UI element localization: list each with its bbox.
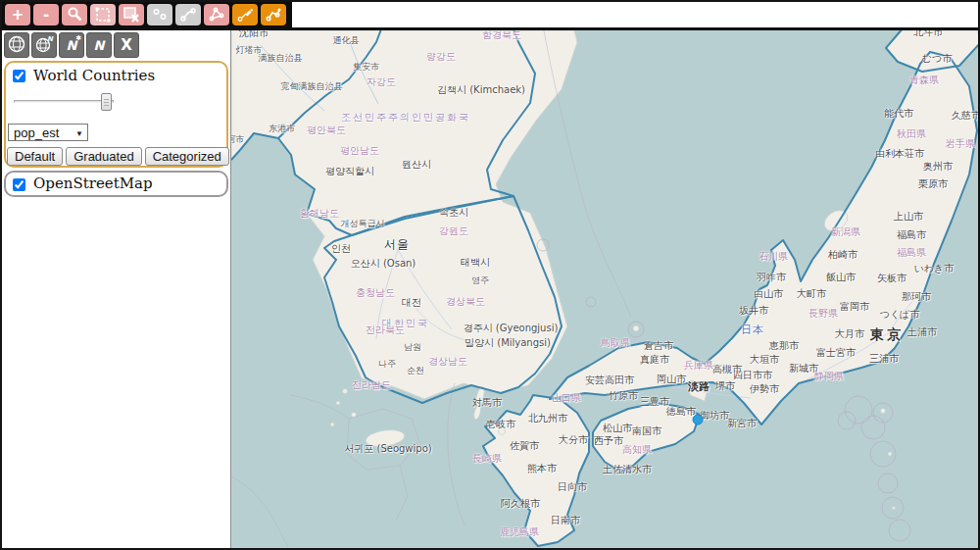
map-label: 兵庫県 [684, 359, 713, 373]
small-island [343, 389, 348, 394]
polygon-tool-button[interactable] [204, 4, 229, 25]
svg-text:N: N [47, 35, 54, 43]
opacity-slider-handle[interactable] [101, 93, 112, 111]
map-label: 御坊市 [700, 409, 729, 423]
map-label: 長崎県 [472, 452, 502, 466]
map-label: 三豊市 [640, 395, 669, 409]
map-label: 자강도 [367, 75, 396, 89]
point-tool-button[interactable] [147, 4, 172, 25]
map-label: 恵那市 [769, 339, 799, 353]
graduated-style-button[interactable]: Graduated [66, 147, 141, 166]
map-label: 개성특급시 [341, 218, 385, 230]
map-label: 熊本市 [527, 462, 557, 475]
map-label: 경상남도 [428, 355, 467, 369]
map-label: 奥州市 [923, 160, 953, 174]
map-label: 평안북도 [307, 124, 346, 137]
map-label: 황해남도 [300, 207, 339, 221]
openstreetmap-checkbox[interactable] [13, 178, 25, 191]
globe-n-icon: N [34, 34, 54, 57]
map-label: 大町市 [797, 287, 826, 301]
map-label: 西予市 [594, 434, 623, 448]
map-label: 鹿児島県 [500, 525, 539, 539]
admin-circle [838, 412, 856, 429]
categorized-style-button[interactable]: Categorized [145, 147, 229, 166]
map-label: 福島県 [897, 246, 926, 260]
map-label: 전라남도 [352, 378, 391, 392]
add-vector-layer-button[interactable]: N [31, 32, 57, 58]
map-label: 栗原市 [918, 177, 948, 191]
map-label: 新潟県 [831, 225, 860, 239]
line-tool-button[interactable] [175, 4, 201, 25]
opacity-slider[interactable] [14, 100, 114, 103]
new-layer-button[interactable]: N ✱ [59, 32, 84, 58]
map-label: 岡山市 [657, 373, 686, 386]
map-label: 竹原市 [609, 389, 638, 403]
map-label: 원산시 [402, 158, 431, 172]
map-label: 北九州市 [528, 412, 567, 425]
default-style-button[interactable]: Default [7, 147, 63, 166]
map-label: 서귀포 (Seogwipo) [344, 442, 431, 456]
zoom-out-button[interactable]: - [33, 4, 59, 25]
admin-circle [878, 474, 898, 493]
remove-layer-button[interactable]: X [114, 32, 139, 58]
layer-title: World Countries [33, 67, 155, 84]
map-label: 上山市 [894, 210, 923, 224]
minus-icon: - [43, 8, 49, 23]
map-label: 白山市 [754, 287, 783, 301]
map-label: 秋田県 [897, 127, 926, 141]
map-label: 真庭市 [640, 353, 669, 367]
polygon-nodes-icon [208, 6, 225, 24]
map-label: 경주시 (Gyeongjusi) [464, 322, 559, 335]
zoom-in-button[interactable]: + [5, 4, 30, 25]
layers-sidebar: N N ✱ N X World Countries pop_est ▼ [2, 30, 230, 548]
map-label: 通化县 [333, 34, 360, 47]
add-raster-layer-button[interactable] [4, 32, 29, 58]
map-label: 三浦市 [869, 352, 899, 366]
map-label: 富士宮市 [816, 346, 856, 360]
map-label: 石川県 [759, 250, 788, 264]
map-label: 新宮市 [727, 417, 757, 430]
world-countries-panel: World Countries pop_est ▼ Default Gradua… [4, 61, 228, 168]
oki-island [633, 325, 639, 331]
edit-layer-button[interactable]: N [86, 32, 112, 58]
izu-island [881, 409, 886, 414]
map-label: 영주 [471, 275, 489, 287]
map-label: 青森県 [909, 74, 939, 87]
map-label: 서울 [384, 236, 410, 253]
map-label: 集安市 [354, 61, 380, 74]
zoom-box-button[interactable] [62, 4, 87, 25]
map-label: 나주 [378, 358, 396, 371]
map-label: 福島市 [897, 228, 926, 242]
magnifier-icon [66, 6, 83, 24]
map-label: 久慈市 [952, 109, 978, 123]
map-label: 日南市 [551, 514, 580, 527]
marquee-icon [94, 6, 112, 24]
clear-selection-button[interactable] [119, 4, 144, 25]
map-label: 淡路 [688, 379, 710, 394]
style-buttons-row: Default Graduated Categorized [7, 147, 229, 166]
select-box-button[interactable] [90, 4, 116, 25]
map-label: 大月市 [835, 327, 864, 341]
map-label: 高知県 [622, 443, 652, 457]
map-label: 倉吉市 [644, 339, 673, 353]
map-label: 柏崎市 [828, 248, 858, 262]
izu-island [893, 507, 896, 510]
n-icon: N [94, 39, 105, 52]
admin-circle [845, 396, 872, 424]
map-label: 속초시 [439, 206, 468, 220]
izu-island [888, 452, 892, 456]
map-label: 坂井市 [739, 304, 768, 318]
draw-edit-button[interactable] [232, 4, 258, 25]
world-countries-checkbox[interactable] [13, 70, 25, 82]
map-canvas[interactable]: 沈阳市灯塔市满族自治县通化县宽甸满族自治县集安市庄河市东港市함경북도량강도자강도… [230, 30, 978, 548]
map-label: いわき市 [914, 262, 955, 275]
attribute-select[interactable]: pop_est ▼ [8, 124, 88, 141]
map-label: 평안남도 [340, 144, 379, 158]
vertex-marker[interactable] [693, 415, 704, 425]
map-label: 飯山市 [826, 271, 856, 284]
map-label: 由利本荘市 [875, 147, 924, 161]
map-label: 能代市 [884, 107, 913, 121]
plus-icon: + [12, 8, 24, 23]
draw-line-button[interactable] [261, 4, 286, 25]
map-application-window: + - [0, 0, 980, 550]
